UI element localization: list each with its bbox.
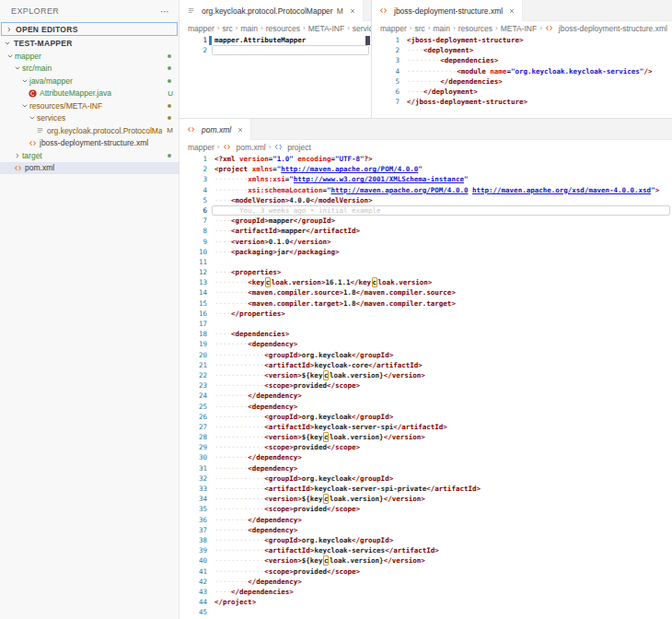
close-icon[interactable] — [349, 7, 356, 15]
open-editors-section[interactable]: OPEN EDITORS — [1, 22, 178, 36]
code-line[interactable]: 15········<maven.compiler.target>1.8</ma… — [180, 298, 672, 309]
code-line[interactable]: 33············<artifactId>keycloak-serve… — [180, 484, 672, 494]
code-line[interactable]: 14········<maven.compiler.source>1.8</ma… — [180, 287, 672, 298]
code-line[interactable]: 4········xsi:schemaLocation="http://mave… — [180, 185, 672, 195]
code-line[interactable]: 19········<dependency> — [180, 339, 672, 349]
close-icon[interactable] — [508, 7, 516, 15]
code-line[interactable]: 45 — [180, 607, 672, 617]
code-line[interactable]: 5········</dependencies> — [372, 76, 672, 87]
code-line[interactable]: 16····</properties> — [180, 309, 672, 319]
close-icon[interactable] — [237, 126, 244, 134]
code-line[interactable]: 41············<scope>provided</scope> — [180, 566, 672, 577]
code-line[interactable]: 38············<groupId>org.keycloak</gro… — [180, 535, 672, 545]
code-line[interactable]: 11 — [180, 257, 672, 267]
breadcrumb-item-meta-inf[interactable]: META-INF — [308, 24, 345, 33]
editor-more-actions-icon[interactable]: ⋯ — [364, 0, 372, 20]
tree-item-src-main[interactable]: src/main — [0, 63, 179, 76]
code-line[interactable]: 21············<artifactId>keycloak-core<… — [180, 360, 672, 370]
code-line[interactable]: 36········</dependency> — [180, 515, 672, 525]
breadcrumb-item-main[interactable]: main — [434, 24, 450, 33]
code-line[interactable]: 1<?xml version="1.0" encoding="UTF-8"?> — [180, 154, 672, 164]
whitespace-dots: ···· — [214, 268, 231, 276]
code-line[interactable]: 18····<dependencies> — [180, 329, 672, 339]
code-line[interactable]: 8····<artifactId>mapper</artifactId> — [180, 226, 672, 236]
workspace-section[interactable]: TEST-MAPPER — [0, 36, 179, 50]
code-line[interactable]: 17 — [180, 319, 672, 329]
breadcrumb-item-meta-inf[interactable]: META-INF — [501, 24, 538, 33]
code-line[interactable]: 10····<packaging>jar</packaging> — [180, 247, 672, 257]
code-line[interactable]: 31········<dependency> — [180, 463, 672, 473]
whitespace-dots: ···· — [214, 330, 231, 338]
code-line[interactable]: 3········<dependencies> — [372, 55, 672, 65]
code-line-text: You, 3 weeks ago • initial example — [207, 205, 381, 216]
code-area[interactable]: 1mapper.AttributeMapper2 — [180, 35, 371, 118]
code-line[interactable]: 37········<dependency> — [180, 525, 672, 535]
tree-item-pom-xml[interactable]: pom.xml — [0, 162, 179, 175]
code-line[interactable]: 27············<artifactId>keycloak-serve… — [180, 422, 672, 432]
tab-org-keycloak-protocol-protocolmapper[interactable]: org.keycloak.protocol.ProtocolMapperM — [180, 0, 364, 21]
tree-item-jboss-deployment-structure-xml[interactable]: jboss-deployment-structure.xml — [0, 137, 179, 150]
code-line[interactable]: 43····</dependencies> — [180, 587, 672, 597]
code-line[interactable]: 44</project> — [180, 597, 672, 607]
tree-item-services[interactable]: services — [0, 112, 179, 125]
line-number: 22 — [180, 370, 207, 380]
code-line[interactable]: 1mapper.AttributeMapper — [180, 35, 371, 45]
code-line[interactable]: 23············<scope>provided</scope> — [180, 380, 672, 391]
code-line[interactable]: 2····<deployment> — [372, 45, 672, 55]
explorer-more-actions-icon[interactable]: ⋯ — [160, 6, 170, 17]
code-line[interactable]: 9····<version>0.1.0</version> — [180, 237, 672, 247]
breadcrumb-item-resources[interactable]: resources — [266, 24, 300, 33]
code-line[interactable]: 5····<modelVersion>4.0.0</modelVersion> — [180, 195, 672, 205]
code-line[interactable]: 39············<artifactId>keycloak-servi… — [180, 545, 672, 555]
breadcrumb-item-src[interactable]: src — [415, 24, 425, 33]
code-line-text: ········<keycloak.version>16.1.1</keyclo… — [207, 277, 432, 287]
code-line[interactable]: 6····</deployment> — [372, 87, 672, 97]
breadcrumb-item-mapper[interactable]: mapper — [380, 24, 407, 33]
breadcrumb-item-main[interactable]: main — [241, 24, 258, 33]
breadcrumb-item-services[interactable]: services — [353, 24, 371, 33]
tree-item-java-mapper[interactable]: java/mapper — [0, 75, 179, 88]
tree-item-target[interactable]: target — [0, 149, 179, 162]
breadcrumb-item-jboss-deployment-structure-xml[interactable]: jboss-deployment-structure.xml — [545, 24, 667, 33]
code-area[interactable]: 1<jboss-deployment-structure>2····<deplo… — [372, 35, 672, 118]
code-area[interactable]: 1<?xml version="1.0" encoding="UTF-8"?>2… — [180, 154, 672, 619]
breadcrumb-item-mapper[interactable]: mapper — [188, 143, 214, 152]
code-line[interactable]: 35············<scope>provided</scope> — [180, 504, 672, 514]
tree-item-attributemapper-java[interactable]: AttributeMapper.javaU — [0, 88, 179, 100]
code-line[interactable]: 20············<groupId>org.keycloak</gro… — [180, 350, 672, 360]
code-line[interactable]: 42········</dependency> — [180, 577, 672, 587]
breadcrumb-item-project[interactable]: project — [273, 143, 311, 152]
chevron-down-icon — [20, 102, 29, 110]
code-line[interactable]: 13········<keycloak.version>16.1.1</keyc… — [180, 277, 672, 287]
breadcrumb-item-resources[interactable]: resources — [458, 24, 492, 33]
tab-pom-xml[interactable]: pom.xml — [180, 119, 251, 140]
tree-item-org-keycloak-protocol-protocolma[interactable]: org.keycloak.protocol.ProtocolMa...M — [0, 124, 179, 137]
code-line-text: ········<maven.compiler.target>1.8</mave… — [207, 298, 456, 309]
code-line[interactable]: 12····<properties> — [180, 267, 672, 277]
tab-jboss-deployment-structure-xml[interactable]: jboss-deployment-structure.xml — [372, 0, 523, 21]
code-line[interactable]: 2<project xmlns="http://maven.apache.org… — [180, 164, 672, 174]
code-line[interactable]: 1<jboss-deployment-structure> — [372, 35, 672, 45]
breadcrumb-item-mapper[interactable]: mapper — [188, 24, 214, 33]
code-line[interactable]: 7····<groupId>mapper</groupId> — [180, 216, 672, 226]
code-line[interactable]: 34············<version>${keycloak.versio… — [180, 494, 672, 504]
code-line[interactable]: 40············<version>${keycloak.versio… — [180, 555, 672, 566]
code-line[interactable]: 7</jboss-deployment-structure> — [372, 97, 672, 107]
code-line[interactable]: 25········<dependency> — [180, 402, 672, 412]
code-line[interactable]: 29············<scope>provided</scope> — [180, 442, 672, 452]
code-line[interactable]: 2 — [180, 45, 371, 55]
breadcrumb-item-pom-xml[interactable]: pom.xml — [223, 143, 266, 152]
code-line[interactable]: 24········</dependency> — [180, 391, 672, 401]
code-line[interactable]: 22············<version>${keycloak.versio… — [180, 370, 672, 380]
code-line[interactable]: 32············<groupId>org.keycloak</gro… — [180, 473, 672, 484]
code-line[interactable]: 6 You, 3 weeks ago • initial example — [180, 205, 672, 216]
code-line[interactable]: 26············<groupId>org.keycloak</gro… — [180, 412, 672, 422]
tree-item-resources-meta-inf[interactable]: resources/META-INF — [0, 99, 179, 112]
code-line[interactable]: 30········</dependency> — [180, 452, 672, 462]
code-line[interactable]: 4············<module name="org.keycloak.… — [372, 66, 672, 76]
breadcrumb-item-src[interactable]: src — [223, 24, 233, 33]
code-line[interactable]: 3········xmlns:xsi="http://www.w3.org/20… — [180, 174, 672, 184]
tree-item-mapper[interactable]: mapper — [0, 50, 179, 63]
code-line[interactable]: 28············<version>${keycloak.versio… — [180, 432, 672, 442]
line-number: 9 — [180, 237, 207, 247]
